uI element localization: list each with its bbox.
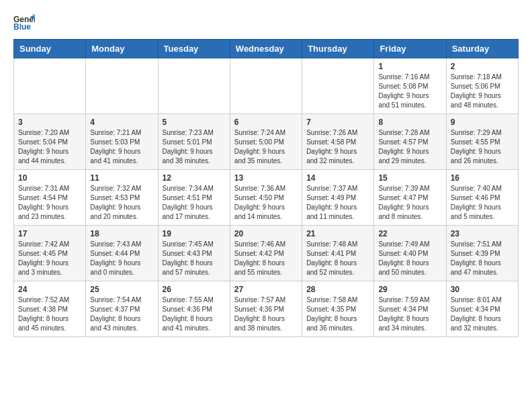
day-info: Sunrise: 7:52 AM Sunset: 4:38 PM Dayligh… [18, 295, 81, 333]
calendar-cell: 27Sunrise: 7:57 AM Sunset: 4:36 PM Dayli… [230, 281, 302, 337]
calendar-week-1: 1Sunrise: 7:16 AM Sunset: 5:08 PM Daylig… [14, 58, 519, 114]
day-number: 26 [163, 285, 226, 294]
calendar-cell: 20Sunrise: 7:46 AM Sunset: 4:42 PM Dayli… [230, 226, 302, 281]
day-number: 14 [306, 173, 369, 183]
day-number: 22 [378, 229, 441, 238]
day-info: Sunrise: 7:51 AM Sunset: 4:39 PM Dayligh… [451, 240, 514, 277]
day-number: 1 [378, 62, 441, 71]
day-number: 27 [234, 285, 298, 294]
day-info: Sunrise: 7:49 AM Sunset: 4:40 PM Dayligh… [378, 240, 441, 277]
calendar-cell: 26Sunrise: 7:55 AM Sunset: 4:36 PM Dayli… [158, 281, 230, 337]
day-number: 30 [451, 285, 514, 294]
weekday-header-friday: Friday [374, 40, 446, 58]
svg-text:Blue: Blue [13, 22, 31, 32]
day-number: 19 [163, 229, 226, 238]
day-number: 25 [90, 285, 153, 294]
logo: General Blue [13, 13, 35, 32]
day-number: 3 [18, 118, 81, 127]
day-number: 8 [378, 118, 441, 127]
calendar-cell: 2Sunrise: 7:18 AM Sunset: 5:06 PM Daylig… [446, 58, 518, 114]
day-info: Sunrise: 7:58 AM Sunset: 4:35 PM Dayligh… [306, 295, 369, 333]
weekday-header-sunday: Sunday [14, 40, 86, 58]
calendar-cell: 3Sunrise: 7:20 AM Sunset: 5:04 PM Daylig… [14, 114, 86, 170]
day-info: Sunrise: 7:28 AM Sunset: 4:57 PM Dayligh… [378, 128, 441, 166]
calendar-table: SundayMondayTuesdayWednesdayThursdayFrid… [13, 39, 519, 337]
day-info: Sunrise: 7:32 AM Sunset: 4:53 PM Dayligh… [90, 184, 153, 222]
day-info: Sunrise: 7:23 AM Sunset: 5:01 PM Dayligh… [163, 128, 226, 166]
page-header: General Blue [13, 13, 519, 32]
day-info: Sunrise: 7:18 AM Sunset: 5:06 PM Dayligh… [451, 73, 514, 110]
calendar-week-2: 3Sunrise: 7:20 AM Sunset: 5:04 PM Daylig… [14, 114, 519, 170]
calendar-cell: 12Sunrise: 7:34 AM Sunset: 4:51 PM Dayli… [158, 170, 230, 226]
calendar-cell [158, 58, 230, 114]
day-info: Sunrise: 7:21 AM Sunset: 5:03 PM Dayligh… [90, 128, 153, 166]
day-info: Sunrise: 7:26 AM Sunset: 4:58 PM Dayligh… [306, 128, 369, 166]
day-info: Sunrise: 7:55 AM Sunset: 4:36 PM Dayligh… [163, 295, 226, 333]
weekday-header-thursday: Thursday [302, 40, 374, 58]
day-info: Sunrise: 7:37 AM Sunset: 4:49 PM Dayligh… [306, 184, 369, 222]
day-info: Sunrise: 7:36 AM Sunset: 4:50 PM Dayligh… [234, 184, 298, 222]
calendar-cell: 16Sunrise: 7:40 AM Sunset: 4:46 PM Dayli… [446, 170, 518, 226]
calendar-cell: 30Sunrise: 8:01 AM Sunset: 4:34 PM Dayli… [446, 281, 518, 337]
day-number: 16 [451, 173, 514, 183]
day-info: Sunrise: 7:34 AM Sunset: 4:51 PM Dayligh… [163, 184, 226, 222]
day-info: Sunrise: 7:45 AM Sunset: 4:43 PM Dayligh… [163, 240, 226, 277]
day-number: 9 [451, 118, 514, 127]
day-number: 7 [306, 118, 369, 127]
day-number: 15 [378, 173, 441, 183]
calendar-cell: 28Sunrise: 7:58 AM Sunset: 4:35 PM Dayli… [302, 281, 374, 337]
weekday-header-monday: Monday [86, 40, 158, 58]
calendar-week-5: 24Sunrise: 7:52 AM Sunset: 4:38 PM Dayli… [14, 281, 519, 337]
calendar-cell: 11Sunrise: 7:32 AM Sunset: 4:53 PM Dayli… [86, 170, 158, 226]
day-number: 24 [18, 285, 81, 294]
day-info: Sunrise: 7:24 AM Sunset: 5:00 PM Dayligh… [234, 128, 298, 166]
day-number: 4 [90, 118, 153, 127]
day-info: Sunrise: 7:48 AM Sunset: 4:41 PM Dayligh… [306, 240, 369, 277]
calendar-cell: 9Sunrise: 7:29 AM Sunset: 4:55 PM Daylig… [446, 114, 518, 170]
day-number: 13 [234, 173, 298, 183]
day-number: 21 [306, 229, 369, 238]
day-info: Sunrise: 7:39 AM Sunset: 4:47 PM Dayligh… [378, 184, 441, 222]
day-info: Sunrise: 7:43 AM Sunset: 4:44 PM Dayligh… [90, 240, 153, 277]
calendar-week-4: 17Sunrise: 7:42 AM Sunset: 4:45 PM Dayli… [14, 226, 519, 281]
weekday-header-row: SundayMondayTuesdayWednesdayThursdayFrid… [14, 40, 519, 58]
calendar-cell: 4Sunrise: 7:21 AM Sunset: 5:03 PM Daylig… [86, 114, 158, 170]
calendar-cell: 6Sunrise: 7:24 AM Sunset: 5:00 PM Daylig… [230, 114, 302, 170]
calendar-cell [302, 58, 374, 114]
calendar-cell: 23Sunrise: 7:51 AM Sunset: 4:39 PM Dayli… [446, 226, 518, 281]
day-info: Sunrise: 7:31 AM Sunset: 4:54 PM Dayligh… [18, 184, 81, 222]
calendar-cell: 5Sunrise: 7:23 AM Sunset: 5:01 PM Daylig… [158, 114, 230, 170]
day-number: 2 [451, 62, 514, 71]
day-number: 10 [18, 173, 81, 183]
day-number: 11 [90, 173, 153, 183]
day-info: Sunrise: 7:54 AM Sunset: 4:37 PM Dayligh… [90, 295, 153, 333]
calendar-cell [14, 58, 86, 114]
logo-icon: General Blue [13, 13, 35, 32]
calendar-cell: 25Sunrise: 7:54 AM Sunset: 4:37 PM Dayli… [86, 281, 158, 337]
day-number: 23 [451, 229, 514, 238]
day-info: Sunrise: 8:01 AM Sunset: 4:34 PM Dayligh… [451, 295, 514, 333]
calendar-cell: 19Sunrise: 7:45 AM Sunset: 4:43 PM Dayli… [158, 226, 230, 281]
calendar-cell: 29Sunrise: 7:59 AM Sunset: 4:34 PM Dayli… [374, 281, 446, 337]
calendar-cell: 21Sunrise: 7:48 AM Sunset: 4:41 PM Dayli… [302, 226, 374, 281]
calendar-cell: 18Sunrise: 7:43 AM Sunset: 4:44 PM Dayli… [86, 226, 158, 281]
day-info: Sunrise: 7:42 AM Sunset: 4:45 PM Dayligh… [18, 240, 81, 277]
day-info: Sunrise: 7:16 AM Sunset: 5:08 PM Dayligh… [378, 73, 441, 110]
calendar-cell: 22Sunrise: 7:49 AM Sunset: 4:40 PM Dayli… [374, 226, 446, 281]
weekday-header-saturday: Saturday [446, 40, 518, 58]
day-number: 5 [163, 118, 226, 127]
day-info: Sunrise: 7:46 AM Sunset: 4:42 PM Dayligh… [234, 240, 298, 277]
weekday-header-wednesday: Wednesday [230, 40, 302, 58]
calendar-cell: 17Sunrise: 7:42 AM Sunset: 4:45 PM Dayli… [14, 226, 86, 281]
calendar-cell: 7Sunrise: 7:26 AM Sunset: 4:58 PM Daylig… [302, 114, 374, 170]
day-info: Sunrise: 7:57 AM Sunset: 4:36 PM Dayligh… [234, 295, 298, 333]
calendar-cell: 1Sunrise: 7:16 AM Sunset: 5:08 PM Daylig… [374, 58, 446, 114]
day-number: 29 [378, 285, 441, 294]
calendar-cell: 15Sunrise: 7:39 AM Sunset: 4:47 PM Dayli… [374, 170, 446, 226]
calendar-cell: 13Sunrise: 7:36 AM Sunset: 4:50 PM Dayli… [230, 170, 302, 226]
day-info: Sunrise: 7:20 AM Sunset: 5:04 PM Dayligh… [18, 128, 81, 166]
day-info: Sunrise: 7:59 AM Sunset: 4:34 PM Dayligh… [378, 295, 441, 333]
day-number: 18 [90, 229, 153, 238]
calendar-week-3: 10Sunrise: 7:31 AM Sunset: 4:54 PM Dayli… [14, 170, 519, 226]
calendar-cell: 14Sunrise: 7:37 AM Sunset: 4:49 PM Dayli… [302, 170, 374, 226]
